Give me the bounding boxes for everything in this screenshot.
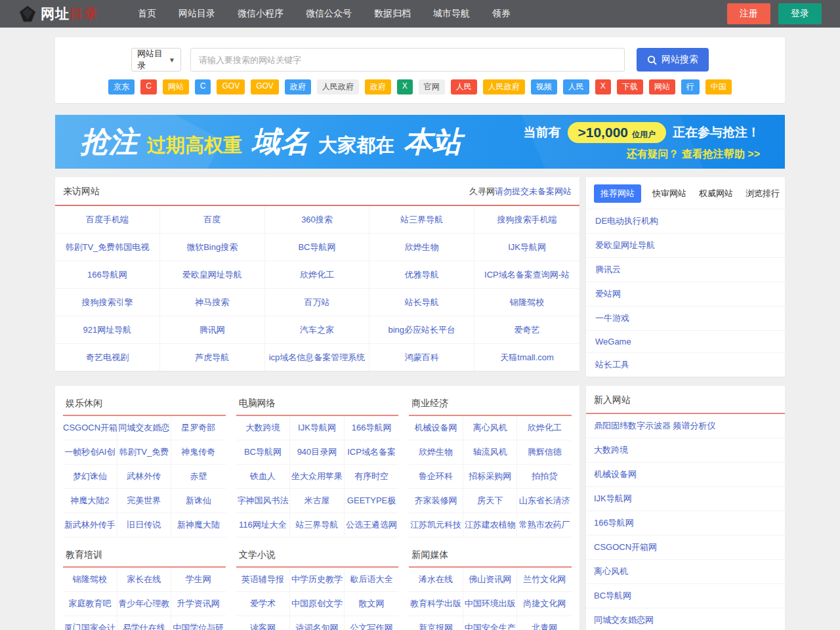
site-link[interactable]: 齐家装修网 (409, 489, 463, 513)
site-link[interactable]: 浠水在线 (409, 568, 463, 591)
nav-item[interactable]: 微信公众号 (306, 8, 352, 20)
site-link[interactable]: 锦隆驾校 (474, 289, 579, 316)
site-link[interactable]: 诗词名句网 (290, 616, 345, 630)
site-link[interactable]: 铁血人 (236, 465, 291, 488)
tab-推荐网站[interactable]: 推荐网站 (594, 184, 641, 203)
site-link[interactable]: 山东省长清济 (517, 489, 572, 513)
site-link[interactable]: 厦门国家会计 (63, 616, 117, 630)
site-link[interactable]: 中国安全生产 (463, 616, 518, 630)
site-link[interactable]: 腾讯云 (586, 257, 785, 282)
site-link[interactable]: 神马搜索 (160, 289, 265, 316)
site-link[interactable]: 江苏凯元科技 (409, 513, 463, 537)
site-link[interactable]: BC导航网 (586, 584, 785, 608)
site-link[interactable]: 百度 (160, 206, 265, 233)
site-link[interactable]: BC导航网 (236, 440, 291, 464)
site-link[interactable]: 优雅导航 (369, 261, 474, 288)
nav-item[interactable]: 网站目录 (178, 8, 215, 20)
site-link[interactable]: IJK导航网 (474, 234, 579, 261)
site-link[interactable]: 搜狗搜索引擎 (55, 289, 160, 316)
site-link[interactable]: 读客网 (236, 616, 291, 630)
site-link[interactable]: IJK导航网 (586, 487, 785, 511)
site-link[interactable]: 房天下 (463, 489, 518, 513)
site-link[interactable]: 爱奇艺 (474, 316, 579, 343)
site-link[interactable]: 公文写作网 (345, 616, 399, 630)
site-link[interactable]: 完美世界 (117, 489, 172, 513)
site-link[interactable]: 新神魔大陆 (171, 513, 226, 537)
search-category-select[interactable]: 网站目录 ▼ (131, 48, 181, 72)
site-link[interactable]: 芦虎导航 (160, 344, 265, 371)
site-link[interactable]: DE电动执行机构 (586, 209, 785, 233)
tab-权威网站[interactable]: 权威网站 (698, 184, 734, 203)
site-link[interactable]: 有序时空 (345, 465, 399, 488)
site-link[interactable]: 拍拍贷 (517, 465, 572, 488)
hot-tag[interactable]: 人民政府 (317, 79, 359, 94)
site-link[interactable]: 爱学术 (236, 592, 291, 616)
site-link[interactable]: 机械设备网 (586, 463, 785, 487)
visitors-note-link[interactable]: 请勿提交未备案网站 (495, 186, 572, 196)
search-button[interactable]: 网站搜索 (637, 48, 709, 72)
site-link[interactable]: 鼎阳固纬数字示波器 频谱分析仪 (586, 414, 785, 438)
site-link[interactable]: 江苏建农植物 (463, 513, 518, 537)
site-link[interactable]: 一牛游戏 (586, 306, 785, 330)
site-link[interactable]: 166导航网 (345, 416, 399, 440)
site-logo[interactable]: 网址 目录 (18, 5, 98, 23)
hot-tag[interactable]: C (140, 79, 157, 94)
register-button[interactable]: 注册 (727, 3, 770, 24)
site-link[interactable]: 百度手机端 (55, 206, 160, 233)
site-link[interactable]: BC导航网 (265, 234, 370, 261)
site-link[interactable]: 同城交友婚恋网 (586, 608, 785, 630)
site-link[interactable]: 公选王遴选网 (345, 513, 399, 537)
site-link[interactable]: 韩剧TV_免费 (117, 440, 172, 464)
site-link[interactable]: bing必应站长平台 (369, 316, 474, 343)
site-link[interactable]: 欣烨生物 (369, 234, 474, 261)
site-link[interactable]: 汽车之家 (265, 316, 370, 343)
site-link[interactable]: 升学资讯网 (171, 592, 226, 616)
site-link[interactable]: 机械设备网 (409, 416, 463, 440)
site-link[interactable]: 梦幻诛仙 (63, 465, 117, 488)
site-link[interactable]: CSGOCN开箱网 (586, 536, 785, 560)
site-link[interactable]: 大数跨境 (586, 438, 785, 463)
site-link[interactable]: 站三界导航 (290, 513, 345, 537)
site-link[interactable]: 旧日传说 (117, 513, 172, 537)
site-link[interactable]: 尚捷文化网 (517, 592, 572, 616)
site-link[interactable]: 站长导航 (369, 289, 474, 316)
site-link[interactable]: 欣烨化工 (517, 416, 572, 440)
tab-快审网站[interactable]: 快审网站 (651, 184, 688, 203)
site-link[interactable]: 青少年心理教 (117, 592, 172, 616)
site-link[interactable]: 轴流风机 (463, 440, 518, 464)
site-link[interactable]: 116网址大全 (236, 513, 291, 537)
site-link[interactable]: 歇后语大全 (345, 568, 399, 591)
nav-item[interactable]: 数据归档 (374, 8, 411, 20)
site-link[interactable]: 学生网 (171, 568, 226, 591)
site-link[interactable]: 天猫tmall.com (474, 344, 579, 371)
hot-tag[interactable]: 政府 (365, 79, 391, 94)
site-link[interactable]: 中学历史教学 (290, 568, 345, 591)
site-link[interactable]: 武林外传 (117, 465, 172, 488)
hot-tag[interactable]: 视频 (531, 79, 557, 94)
login-button[interactable]: 登录 (778, 3, 822, 24)
hot-tag[interactable]: X (595, 79, 611, 94)
site-link[interactable]: 腾辉信德 (517, 440, 572, 464)
site-link[interactable]: 新京报网 (409, 616, 463, 630)
site-link[interactable]: 星罗奇部 (171, 416, 226, 440)
site-link[interactable]: 欣烨生物 (409, 440, 463, 464)
banner-help-link[interactable]: 还有疑问？ 查看抢注帮助 >> (626, 148, 760, 161)
site-link[interactable]: 奇艺电视剧 (55, 344, 160, 371)
site-link[interactable]: 锦隆驾校 (63, 568, 117, 591)
hot-tag[interactable]: C (195, 79, 211, 94)
nav-item[interactable]: 领券 (492, 8, 511, 20)
nav-item[interactable]: 首页 (138, 8, 156, 20)
site-link[interactable]: 米古屋 (290, 489, 345, 513)
site-link[interactable]: CSGOCN开箱 (63, 416, 117, 440)
site-link[interactable]: 招标采购网 (463, 465, 518, 488)
site-link[interactable]: 921网址导航 (55, 316, 160, 343)
hot-tag[interactable]: 行 (681, 79, 700, 94)
nav-item[interactable]: 城市导航 (433, 8, 470, 20)
site-link[interactable]: 家长在线 (117, 568, 172, 591)
site-link[interactable]: 易学仕在线 (117, 616, 172, 630)
site-link[interactable]: 百万站 (265, 289, 370, 316)
site-link[interactable]: 一帧秒创AI创 (63, 440, 117, 464)
site-link[interactable]: 散文网 (345, 592, 399, 616)
hot-tag[interactable]: 人民政府 (483, 79, 525, 94)
site-link[interactable]: 腾讯网 (160, 316, 265, 343)
